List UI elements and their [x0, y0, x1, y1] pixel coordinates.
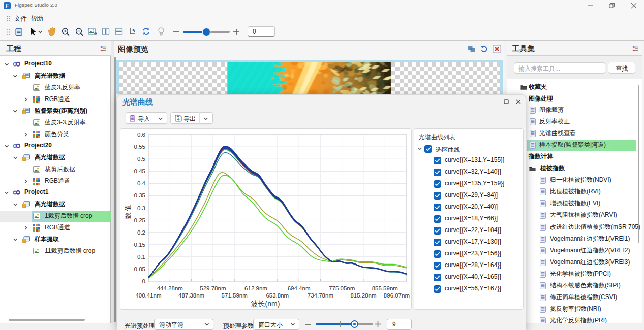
svg-text:数值: 数值 [124, 204, 132, 219]
svg-text:487.38nm: 487.38nm [178, 292, 204, 299]
svg-text:0.4: 0.4 [137, 180, 146, 186]
svg-text:波长(nm): 波长(nm) [251, 300, 280, 308]
svg-text:815.28nm: 815.28nm [350, 292, 376, 299]
svg-text:653.8nm: 653.8nm [266, 292, 289, 299]
svg-text:855.59nm: 855.59nm [372, 285, 398, 291]
svg-text:571.59nm: 571.59nm [222, 292, 248, 299]
svg-text:775.05nm: 775.05nm [329, 285, 355, 291]
svg-text:529.78nm: 529.78nm [200, 285, 226, 291]
svg-text:0.55: 0.55 [134, 144, 145, 150]
svg-text:734.78nm: 734.78nm [308, 292, 333, 299]
svg-text:694.4nm: 694.4nm [288, 285, 311, 291]
svg-text:444.28nm: 444.28nm [157, 285, 183, 291]
svg-text:0.5: 0.5 [137, 156, 145, 162]
svg-text:896.07nm: 896.07nm [384, 292, 410, 299]
svg-text:0.2: 0.2 [137, 229, 145, 236]
svg-text:0.25: 0.25 [134, 217, 145, 223]
svg-text:0: 0 [142, 278, 145, 284]
svg-text:0.6: 0.6 [137, 131, 145, 138]
svg-text:0.15: 0.15 [134, 242, 145, 248]
svg-text:0.45: 0.45 [134, 168, 145, 174]
svg-text:0.3: 0.3 [137, 205, 145, 211]
svg-text:0.05: 0.05 [134, 266, 145, 272]
svg-text:612.9nm: 612.9nm [244, 285, 267, 291]
svg-text:0.1: 0.1 [137, 254, 145, 260]
svg-text:400.41nm: 400.41nm [135, 292, 161, 299]
svg-text:0.35: 0.35 [134, 192, 145, 199]
